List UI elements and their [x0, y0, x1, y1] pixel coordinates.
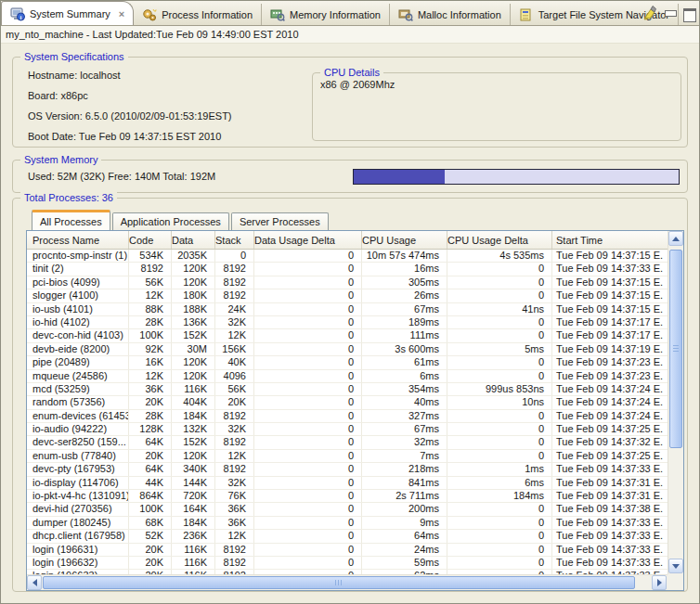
- table-cell: 0: [254, 503, 362, 515]
- column-header[interactable]: Start Time: [552, 231, 668, 249]
- table-cell: 111ms: [362, 329, 447, 341]
- table-row[interactable]: io-usb (4101)88K188K24K067ms41nsTue Feb …: [27, 303, 668, 316]
- tab-label: Memory Information: [290, 9, 381, 20]
- table-cell: 116K: [172, 557, 215, 569]
- table-cell: 120K: [172, 263, 215, 275]
- board-line: Board: x86pc: [13, 85, 232, 106]
- table-row[interactable]: devc-ser8250 (159...64K152K8192032ms0Tue…: [27, 436, 668, 449]
- tab-server-processes[interactable]: Server Processes: [231, 212, 329, 230]
- tab-system-summary[interactable]: i System Summary ×: [1, 1, 134, 25]
- scroll-right-button[interactable]: [652, 575, 667, 590]
- column-header[interactable]: Process Name: [27, 231, 129, 249]
- table-cell: 0: [254, 396, 362, 408]
- memory-bar-fill: [354, 170, 445, 184]
- system-specifications-group: System Specifications Hostname: localhos…: [12, 57, 688, 148]
- table-cell: 128K: [129, 423, 172, 435]
- scroll-left-button[interactable]: [27, 575, 42, 590]
- horizontal-scrollbar[interactable]: [27, 574, 668, 590]
- tab-label: System Summary: [30, 8, 110, 19]
- table-cell: 5ms: [447, 343, 552, 355]
- table-cell: Tue Feb 09 14:37:31 E.: [552, 477, 668, 489]
- vertical-scrollbar-thumb[interactable]: [669, 250, 682, 448]
- table-cell: 354ms: [362, 383, 447, 395]
- table-cell: 152K: [172, 329, 215, 341]
- tab-label: Application Processes: [121, 216, 221, 227]
- group-title: System Specifications: [20, 51, 128, 62]
- table-row[interactable]: devc-pty (167953)64K340K81920218ms1msTue…: [27, 463, 668, 476]
- table-cell: 0: [254, 263, 362, 275]
- process-table: Process NameCodeDataStackData Usage Delt…: [26, 230, 684, 591]
- table-cell: 120K: [172, 276, 215, 289]
- table-row[interactable]: mqueue (24586)12K120K409606ms0Tue Feb 09…: [27, 370, 668, 383]
- column-header[interactable]: CPU Usage Delta: [447, 231, 552, 249]
- table-cell: Tue Feb 09 14:37:33 E.: [552, 517, 668, 529]
- maximize-button[interactable]: [683, 8, 695, 19]
- table-cell: 4096: [215, 370, 254, 382]
- table-cell: 20K: [129, 557, 172, 569]
- table-cell: Tue Feb 09 14:37:31 E.: [552, 490, 668, 502]
- table-row[interactable]: io-audio (94222)128K132K32K067ms0Tue Feb…: [27, 423, 668, 436]
- table-row[interactable]: login (196632)20K116K8192059ms0Tue Feb 0…: [27, 557, 668, 570]
- table-row[interactable]: enum-devices (61453)28K184K81920327ms0Tu…: [27, 410, 668, 423]
- minimize-button[interactable]: [665, 8, 677, 19]
- table-row[interactable]: io-display (114706)44K144K32K0841ms6msTu…: [27, 477, 668, 490]
- table-cell: io-pkt-v4-hc (131091): [27, 490, 129, 502]
- horizontal-scrollbar-thumb[interactable]: [43, 576, 635, 589]
- tab-process-information[interactable]: Process Information: [134, 4, 262, 25]
- column-header[interactable]: CPU Usage: [362, 231, 447, 249]
- table-cell: 61ms: [362, 356, 447, 368]
- table-row[interactable]: pci-bios (4099)56K120K81920305ms0Tue Feb…: [27, 276, 668, 289]
- table-cell: 0: [254, 450, 362, 462]
- table-cell: 6ms: [362, 370, 447, 382]
- column-header[interactable]: Data Usage Delta: [254, 231, 362, 249]
- table-cell: 32K: [215, 477, 254, 489]
- table-row[interactable]: slogger (4100)12K180K8192026ms0Tue Feb 0…: [27, 289, 668, 302]
- table-cell: 0: [447, 316, 552, 328]
- table-cell: 2s 711ms: [362, 490, 447, 502]
- table-cell: 6ms: [447, 477, 552, 489]
- table-cell: Tue Feb 09 14:37:24 E.: [552, 396, 668, 408]
- table-row[interactable]: procnto-smp-instr (1)534K2035K0010m 57s …: [27, 250, 668, 263]
- table-cell: 534K: [129, 250, 172, 262]
- table-row[interactable]: io-hid (4102)28K136K32K0189ms0Tue Feb 09…: [27, 316, 668, 329]
- table-row[interactable]: pipe (20489)16K120K40K061ms0Tue Feb 09 1…: [27, 356, 668, 369]
- column-header[interactable]: Stack: [215, 231, 254, 249]
- table-cell: 0: [254, 557, 362, 569]
- scroll-up-button[interactable]: [668, 231, 683, 246]
- table-row[interactable]: devc-con-hid (4103)100K152K12K0111ms0Tue…: [27, 329, 668, 342]
- table-row[interactable]: random (57356)20K404K20K040ms10nsTue Feb…: [27, 396, 668, 409]
- table-row[interactable]: enum-usb (77840)20K120K12K07ms0Tue Feb 0…: [27, 450, 668, 463]
- table-cell: 0: [254, 436, 362, 448]
- tab-memory-information[interactable]: Memory Information: [262, 4, 390, 25]
- tab-all-processes[interactable]: All Processes: [32, 210, 110, 230]
- table-cell: 67ms: [362, 423, 447, 435]
- table-cell: 32K: [215, 316, 254, 328]
- table-row[interactable]: login (196631)20K116K8192024ms0Tue Feb 0…: [27, 544, 668, 557]
- table-cell: devc-pty (167953): [27, 463, 129, 475]
- tab-malloc-information[interactable]: Malloc Information: [390, 4, 511, 25]
- highlighter-icon[interactable]: [642, 4, 658, 22]
- table-row[interactable]: io-pkt-v4-hc (131091)864K720K76K02s 711m…: [27, 490, 668, 503]
- table-row[interactable]: devi-hid (270356)100K164K36K0200ms0Tue F…: [27, 503, 668, 516]
- table-cell: 0: [254, 289, 362, 302]
- table-cell: 4s 535ms: [447, 250, 552, 262]
- table-row[interactable]: dumper (180245)68K184K36K09ms0Tue Feb 09…: [27, 517, 668, 530]
- table-cell: 0: [254, 343, 362, 355]
- table-cell: Tue Feb 09 14:37:33 E.: [552, 530, 668, 542]
- table-cell: 20K: [129, 450, 172, 462]
- table-cell: 12K: [129, 289, 172, 302]
- column-header[interactable]: Code: [129, 231, 172, 249]
- vertical-scrollbar[interactable]: [668, 231, 683, 574]
- tab-application-processes[interactable]: Application Processes: [112, 212, 229, 230]
- column-header[interactable]: Data: [172, 231, 215, 249]
- table-row[interactable]: tinit (2)8192120K8192016ms0Tue Feb 09 14…: [27, 263, 668, 276]
- table-row[interactable]: mcd (53259)36K116K56K0354ms999us 853nsTu…: [27, 383, 668, 396]
- table-cell: 184K: [172, 517, 215, 529]
- table-cell: 0: [254, 423, 362, 435]
- close-icon[interactable]: ×: [119, 8, 124, 19]
- scroll-down-button[interactable]: [668, 559, 683, 573]
- table-row[interactable]: dhcp.client (167958)52K236K12K064ms0Tue …: [27, 530, 668, 543]
- table-cell: 720K: [172, 490, 215, 502]
- table-cell: 2035K: [172, 250, 215, 262]
- table-row[interactable]: devb-eide (8200)92K30M156K03s 600ms5msTu…: [27, 343, 668, 356]
